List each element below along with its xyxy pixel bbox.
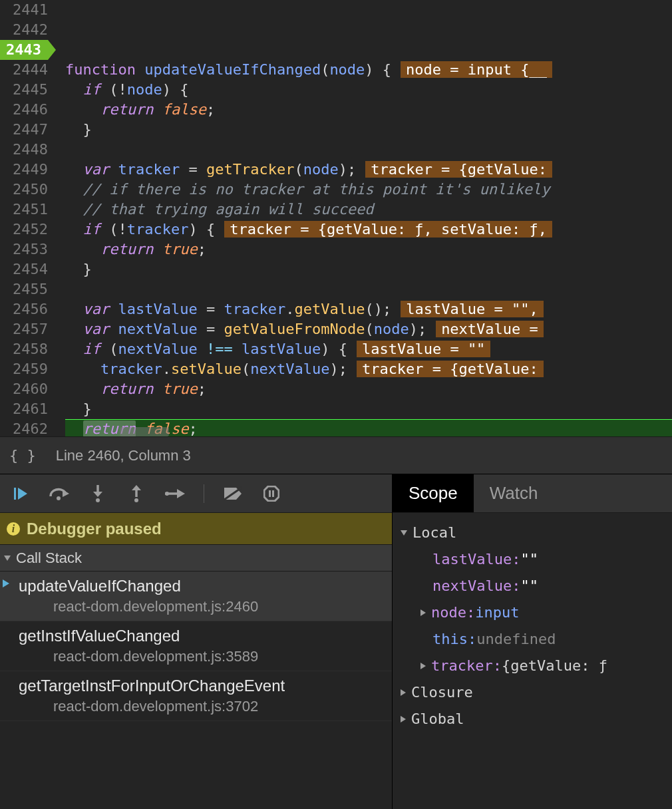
scope-variable[interactable]: node: input [398,599,667,626]
scope-variable-name: nextValue: [432,573,520,599]
line-number[interactable]: 2449 [0,160,48,180]
line-number[interactable]: 2444 [0,60,48,80]
svg-point-9 [134,498,138,502]
code-line[interactable]: if (!node) { [65,80,672,100]
scope-variable[interactable]: this: undefined [398,626,667,653]
scope-variable-name: tracker: [431,653,502,679]
resume-button[interactable] [11,484,31,504]
line-number[interactable]: 2446 [0,100,48,120]
svg-rect-0 [14,488,16,500]
line-number[interactable]: 2456 [0,299,48,319]
line-number[interactable]: 2454 [0,259,48,279]
line-number[interactable]: 2451 [0,200,48,220]
scope-section-closure[interactable]: Closure [398,679,667,706]
call-stack-item[interactable]: getTargetInstForInputOrChangeEventreact-… [0,671,392,721]
line-number[interactable]: 2443 [0,40,48,60]
code-line[interactable]: } [65,399,672,419]
code-line[interactable]: var lastValue = tracker.getValue();lastV… [65,299,672,319]
scope-section-local[interactable]: Local [398,520,667,546]
code-line[interactable]: if (nextValue !== lastValue) {lastValue … [65,339,672,359]
status-bar: { } Line 2460, Column 3 [0,436,672,474]
line-number[interactable]: 2441 [0,0,48,20]
code-area[interactable]: function updateValueIfChanged(node) {nod… [55,0,672,436]
line-number[interactable]: 2447 [0,120,48,140]
bottom-panels: i Debugger paused Call Stack updateValue… [0,474,672,809]
step-out-button[interactable] [126,484,146,504]
braces-icon[interactable]: { } [9,447,36,464]
scope-variable[interactable]: lastValue: "" [398,546,667,573]
scope-panel-tabs: ScopeWatch [393,474,672,513]
line-number[interactable]: 2455 [0,279,48,299]
line-number[interactable]: 2448 [0,140,48,160]
call-stack-header-label: Call Stack [16,550,82,567]
tab-scope[interactable]: Scope [393,474,474,512]
inline-evaluation: lastValue = "", [401,301,544,317]
step-over-button[interactable] [49,484,69,504]
scope-variable-value: {getValue: ƒ [502,653,607,679]
scope-variable-value: input [475,599,519,626]
code-line[interactable]: return true; [65,240,672,259]
line-number[interactable]: 2460 [0,379,48,399]
line-number[interactable]: 2445 [0,80,48,100]
svg-marker-11 [177,489,185,498]
line-number[interactable]: 2450 [0,180,48,200]
call-stack-item[interactable]: updateValueIfChangedreact-dom.developmen… [0,571,392,621]
scope-variable-value: undefined [476,626,556,653]
debugger-status-text: Debugger paused [27,520,162,538]
inline-evaluation: node = input {__ [401,61,552,78]
debugger-left-panel: i Debugger paused Call Stack updateValue… [0,474,393,809]
code-line[interactable]: // if there is no tracker at this point … [65,180,672,200]
line-number[interactable]: 2462 [0,419,48,439]
code-line[interactable]: } [65,120,672,140]
code-line[interactable]: } [65,259,672,279]
step-button[interactable] [165,484,185,504]
pause-on-exceptions-button[interactable] [261,484,281,504]
line-number[interactable]: 2452 [0,220,48,240]
scope-section-global[interactable]: Global [398,706,667,732]
code-line[interactable] [65,279,672,299]
line-number[interactable]: 2453 [0,240,48,259]
code-line[interactable]: return true; [65,379,672,399]
cursor-position-label: Line 2460, Column 3 [56,447,191,464]
horizontal-scrollbar[interactable] [120,427,169,436]
stack-location: react-dom.development.js:3589 [19,645,384,665]
chevron-down-icon [4,556,11,561]
code-line[interactable] [65,140,672,160]
code-line[interactable] [65,40,672,60]
line-number[interactable]: 2442 [0,20,48,40]
tab-watch[interactable]: Watch [474,474,554,512]
step-into-button[interactable] [88,484,108,504]
line-number[interactable]: 2461 [0,399,48,419]
code-line[interactable]: return false; [65,100,672,120]
scope-variable[interactable]: tracker: {getValue: ƒ [398,653,667,679]
code-line[interactable]: var tracker = getTracker(node);tracker =… [65,160,672,180]
code-line[interactable]: tracker.setValue(nextValue);tracker = {g… [65,359,672,379]
svg-marker-5 [93,492,102,497]
scope-variable-name: lastValue: [432,546,520,573]
code-line[interactable]: if (!tracker) {tracker = {getValue: ƒ, s… [65,220,672,240]
line-number[interactable]: 2458 [0,339,48,359]
info-icon: i [7,522,20,536]
svg-marker-1 [18,488,27,500]
deactivate-breakpoints-button[interactable] [223,484,243,504]
code-line[interactable]: var nextValue = getValueFromNode(node);n… [65,319,672,339]
chevron-right-icon [401,716,406,723]
chevron-down-icon [401,530,407,536]
svg-point-6 [96,498,100,502]
chevron-right-icon [420,663,426,669]
code-line[interactable]: // that trying again will succeed [65,200,672,220]
line-number[interactable]: 2459 [0,359,48,379]
svg-marker-2 [63,490,69,497]
inline-evaluation: tracker = {getValue: [365,161,552,178]
code-line[interactable]: function updateValueIfChanged(node) {nod… [65,60,672,80]
gutter[interactable]: 2441244224432444244524462447244824492450… [0,0,55,436]
code-editor[interactable]: 2441244224432444244524462447244824492450… [0,0,672,436]
svg-point-3 [57,496,61,500]
line-number[interactable]: 2457 [0,319,48,339]
scope-variable-value: "" [520,573,538,599]
call-stack-header[interactable]: Call Stack [0,545,392,571]
stack-location: react-dom.development.js:3702 [19,695,384,715]
call-stack-item[interactable]: getInstIfValueChangedreact-dom.developme… [0,621,392,671]
scope-variable[interactable]: nextValue: "" [398,573,667,599]
debugger-status-message: i Debugger paused [0,513,392,545]
